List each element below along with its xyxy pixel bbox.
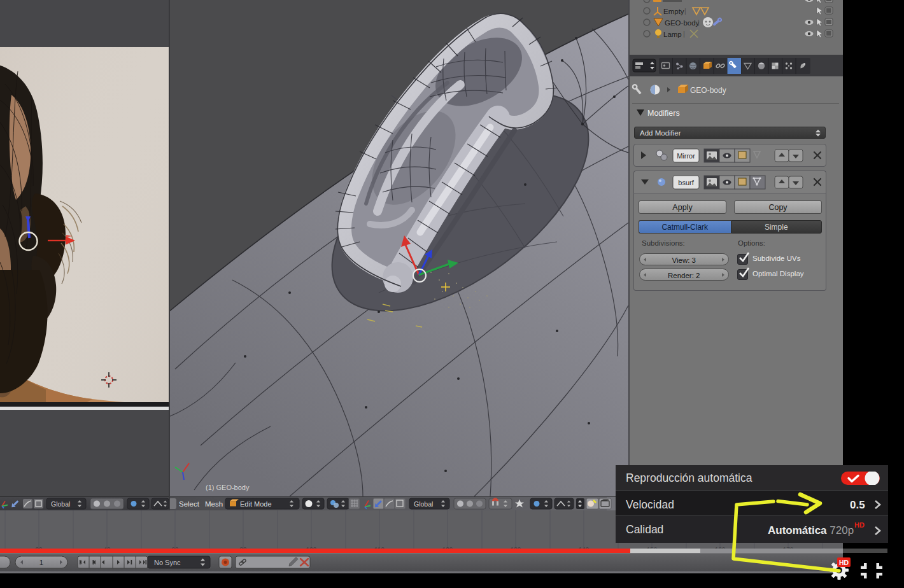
svg-text:GEO-body: GEO-body bbox=[665, 19, 700, 27]
svg-text:1: 1 bbox=[39, 559, 43, 566]
svg-text:Mirror: Mirror bbox=[677, 152, 695, 160]
svg-text:|: | bbox=[683, 30, 685, 38]
svg-text:GEO-body: GEO-body bbox=[690, 86, 726, 95]
svg-text:Modifiers: Modifiers bbox=[647, 109, 680, 118]
svg-text:Lamp: Lamp bbox=[663, 31, 682, 38]
svg-text:Empty: Empty bbox=[663, 8, 684, 15]
svg-text:Mesh: Mesh bbox=[205, 500, 223, 508]
svg-text:Global: Global bbox=[51, 500, 70, 508]
svg-text:bsurf: bsurf bbox=[678, 179, 694, 186]
svg-text:Select: Select bbox=[179, 500, 200, 508]
svg-text:(1) GEO-body: (1) GEO-body bbox=[206, 484, 250, 491]
svg-text:Global: Global bbox=[414, 500, 433, 508]
svg-text:No Sync: No Sync bbox=[154, 559, 181, 566]
svg-text:|: | bbox=[698, 18, 700, 26]
svg-text:|: | bbox=[684, 7, 686, 15]
svg-text:Edit Mode: Edit Mode bbox=[240, 500, 272, 508]
